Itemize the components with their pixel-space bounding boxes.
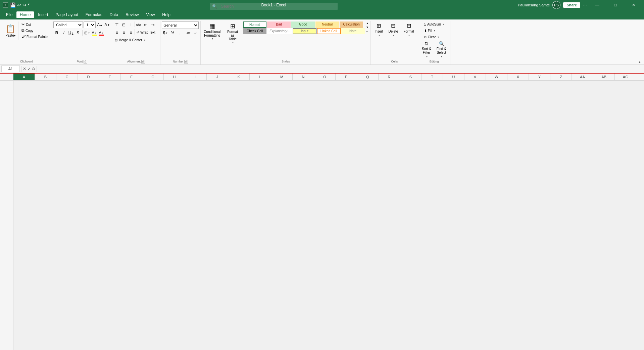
style-linked-cell-button[interactable]: Linked Cell <box>317 28 341 34</box>
col-header-Q[interactable]: Q <box>357 74 379 80</box>
fill-color-button[interactable]: A ▾ <box>91 30 97 36</box>
minimize-button[interactable]: — <box>590 0 605 10</box>
col-header-J[interactable]: J <box>207 74 228 80</box>
copy-button[interactable]: ⧉ Copy <box>20 28 50 34</box>
align-bottom-button[interactable]: ⊥ <box>128 21 134 28</box>
number-dialog-launcher[interactable]: ⎙ <box>184 60 188 63</box>
menu-insert[interactable]: Insert <box>35 11 51 18</box>
percent-format-button[interactable]: % <box>169 30 176 36</box>
menu-formulas[interactable]: Formulas <box>82 11 106 18</box>
ribbon-display-options[interactable]: ⋯ <box>583 3 587 7</box>
style-calculation-button[interactable]: Calculation <box>340 21 363 28</box>
col-header-C[interactable]: C <box>56 74 78 80</box>
accounting-format-button[interactable]: $▾ <box>162 30 168 36</box>
col-header-W[interactable]: W <box>486 74 507 80</box>
col-header-I[interactable]: I <box>185 74 207 80</box>
col-header-X[interactable]: X <box>507 74 529 80</box>
col-header-K[interactable]: K <box>228 74 250 80</box>
col-header-H[interactable]: H <box>164 74 185 80</box>
font-size-decrease-button[interactable]: A▼ <box>104 21 110 28</box>
col-header-Z[interactable]: Z <box>550 74 572 80</box>
user-avatar[interactable]: PS <box>552 1 560 9</box>
underline-button[interactable]: U▾ <box>67 30 74 36</box>
col-header-S[interactable]: S <box>400 74 422 80</box>
maximize-button[interactable]: □ <box>608 0 623 10</box>
wrap-text-button[interactable]: ⏎ Wrap Text <box>135 29 159 35</box>
merge-center-button[interactable]: ⊡ Merge & Center ▾ <box>113 37 149 43</box>
number-format-select[interactable]: General <box>162 21 199 29</box>
style-neutral-button[interactable]: Neutral <box>315 21 339 28</box>
menu-help[interactable]: Help <box>159 11 174 18</box>
format-cells-button[interactable]: ⊟ Format ▾ <box>401 21 416 38</box>
save-button[interactable]: 💾 <box>10 2 16 8</box>
decimal-increase-button[interactable]: .0+ <box>185 30 192 36</box>
col-header-E[interactable]: E <box>99 74 121 80</box>
font-name-select[interactable]: Calibri <box>53 21 83 28</box>
formula-input[interactable] <box>38 67 643 71</box>
font-color-button[interactable]: A ▾ <box>98 30 104 36</box>
col-header-B[interactable]: B <box>35 74 56 80</box>
col-header-T[interactable]: T <box>422 74 443 80</box>
fill-button[interactable]: ⬇ Fill ▾ <box>422 28 437 34</box>
style-check-cell-button[interactable]: Check Cell <box>243 28 266 34</box>
redo-button[interactable]: ↪ <box>22 2 27 8</box>
paste-button[interactable]: 📋 Paste▾ <box>3 21 18 40</box>
col-header-U[interactable]: U <box>443 74 464 80</box>
undo-button[interactable]: ↩ <box>17 2 21 8</box>
close-button[interactable]: ✕ <box>626 0 641 10</box>
share-button[interactable]: Share <box>563 2 580 8</box>
corner-cell[interactable] <box>0 74 13 80</box>
col-header-R[interactable]: R <box>379 74 400 80</box>
insert-cells-button[interactable]: ⊞ Insert ▾ <box>372 21 385 38</box>
text-direction-button[interactable]: ab↕ <box>135 21 142 28</box>
cancel-formula-button[interactable]: ✕ <box>23 67 26 71</box>
styles-scroll-buttons[interactable]: ▲ ▼ ═ <box>365 21 369 34</box>
cell-reference-box[interactable] <box>1 65 20 72</box>
menu-review[interactable]: Review <box>122 11 142 18</box>
font-size-select[interactable]: 11 <box>84 21 96 28</box>
indent-increase-button[interactable]: ⇥ <box>149 21 156 28</box>
find-select-button[interactable]: 🔍 Find &Select ▾ <box>434 40 449 59</box>
delete-cells-button[interactable]: ⊟ Delete ▾ <box>386 21 400 38</box>
menu-view[interactable]: View <box>143 11 158 18</box>
font-size-increase-button[interactable]: A▲ <box>96 21 103 28</box>
col-header-P[interactable]: P <box>336 74 357 80</box>
style-normal-button[interactable]: Normal <box>243 21 266 28</box>
comma-format-button[interactable]: , <box>177 30 183 36</box>
style-bad-button[interactable]: Bad <box>267 21 291 28</box>
align-top-button[interactable]: ⊤ <box>113 21 120 28</box>
col-header-L[interactable]: L <box>250 74 271 80</box>
col-header-V[interactable]: V <box>464 74 486 80</box>
format-painter-button[interactable]: 🖌 Format Painter <box>20 34 50 40</box>
insert-function-button[interactable]: fx <box>32 67 35 71</box>
borders-button[interactable]: ⊞▾ <box>84 30 90 36</box>
autosum-button[interactable]: Σ AutoSum ▾ <box>422 21 446 27</box>
confirm-formula-button[interactable]: ✓ <box>28 67 31 71</box>
menu-data[interactable]: Data <box>106 11 121 18</box>
align-center-button[interactable]: ≡ <box>120 29 127 36</box>
col-header-N[interactable]: N <box>293 74 314 80</box>
col-header-G[interactable]: G <box>142 74 164 80</box>
style-input-button[interactable]: Input <box>293 28 316 34</box>
clear-button[interactable]: ⟳ Clear ▾ <box>422 34 441 40</box>
align-middle-button[interactable]: ⊟ <box>120 21 127 28</box>
ribbon-collapse-button[interactable]: ▲ <box>638 60 641 64</box>
col-header-A[interactable]: A <box>13 74 35 80</box>
col-header-AC[interactable]: AC <box>615 74 636 80</box>
style-good-button[interactable]: Good <box>291 21 315 28</box>
menu-home[interactable]: Home <box>16 11 34 18</box>
col-header-M[interactable]: M <box>271 74 293 80</box>
align-right-button[interactable]: ≡ <box>128 29 134 36</box>
style-note-button[interactable]: Note <box>341 28 365 34</box>
col-header-Y[interactable]: Y <box>529 74 550 80</box>
col-header-O[interactable]: O <box>314 74 336 80</box>
cut-button[interactable]: ✂ Cut <box>20 21 50 28</box>
sort-filter-button[interactable]: ⇅ Sort &Filter ▾ <box>419 40 434 59</box>
col-header-AB[interactable]: AB <box>593 74 615 80</box>
style-explanatory-button[interactable]: Explanatory... <box>267 28 292 34</box>
col-header-F[interactable]: F <box>121 74 142 80</box>
menu-file[interactable]: File <box>3 11 16 18</box>
col-header-AA[interactable]: AA <box>572 74 593 80</box>
format-as-table-button[interactable]: ⊞ Format asTable ▾ <box>223 21 242 45</box>
col-header-D[interactable]: D <box>78 74 99 80</box>
